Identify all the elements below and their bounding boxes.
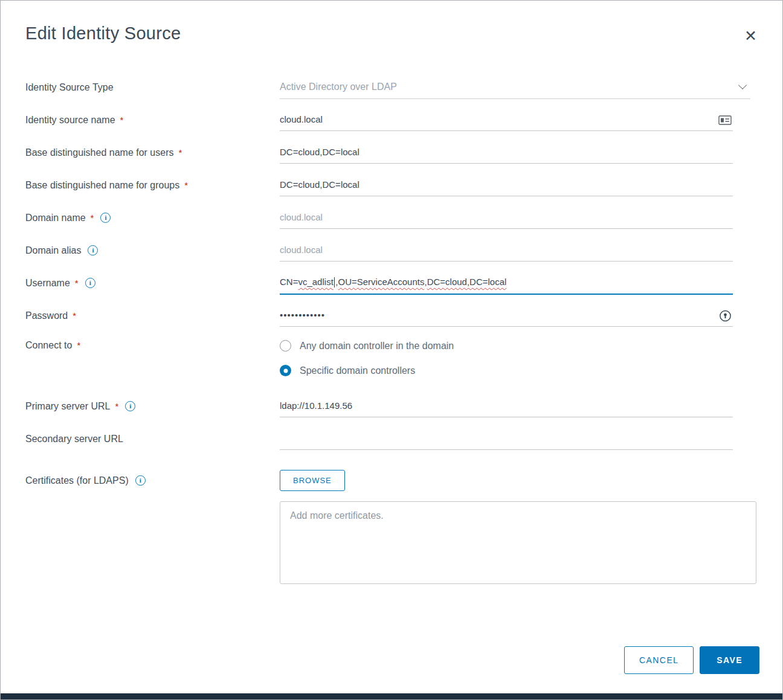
browse-button[interactable]: BROWSE [280, 470, 345, 491]
base-dn-users-input[interactable] [280, 141, 733, 164]
identity-source-type-value: Active Directory over LDAP [280, 82, 397, 92]
save-button[interactable]: SAVE [700, 646, 759, 674]
required-asterisk [75, 278, 79, 289]
info-icon[interactable] [135, 475, 146, 486]
required-asterisk [91, 213, 94, 223]
radio-unselected-icon [280, 340, 291, 352]
field-row-base-dn-groups: Base distinguished name for groups [1, 173, 782, 197]
page-title: Edit Identity Source [25, 24, 181, 43]
field-row-base-dn-users: Base distinguished name for users [1, 140, 782, 165]
field-row-primary-server-url: Primary server URL [1, 394, 782, 419]
username-text-segment: DC=cloud,DC=local [427, 277, 507, 287]
radio-specific-domain-controllers-label: Specific domain controllers [300, 365, 415, 376]
username-text-segment: vc_adlist [298, 277, 333, 287]
required-asterisk [77, 340, 80, 351]
chevron-down-icon [738, 81, 747, 89]
identity-source-type-label: Identity Source Type [25, 82, 114, 93]
domain-alias-input[interactable] [280, 239, 733, 262]
id-card-icon [718, 115, 732, 125]
secondary-server-url-label: Secondary server URL [25, 434, 123, 445]
identity-source-type-select[interactable]: Active Directory over LDAP [280, 76, 750, 99]
required-asterisk [72, 310, 76, 321]
connect-to-label: Connect to [25, 340, 72, 351]
required-asterisk [184, 180, 188, 191]
close-button[interactable]: ✕ [740, 24, 762, 48]
domain-alias-label: Domain alias [25, 245, 81, 256]
password-input[interactable] [280, 304, 733, 327]
radio-specific-domain-controllers[interactable]: Specific domain controllers [280, 361, 733, 381]
edit-identity-source-dialog: Edit Identity Source ✕ Identity Source T… [0, 0, 783, 700]
base-dn-users-label: Base distinguished name for users [25, 147, 173, 158]
field-row-certificates-box [1, 501, 782, 584]
domain-name-input[interactable] [280, 207, 733, 229]
primary-server-url-label: Primary server URL [25, 401, 110, 412]
info-icon[interactable] [125, 401, 135, 411]
identity-source-form: Identity Source Type Active Directory ov… [1, 75, 782, 584]
domain-name-label: Domain name [25, 213, 86, 223]
username-text-segment: OU=ServiceAccounts [338, 277, 424, 287]
show-password-icon[interactable] [719, 309, 732, 322]
password-label: Password [25, 310, 68, 321]
certificates-textarea[interactable] [280, 501, 756, 584]
bottom-bar [1, 693, 782, 699]
identity-source-name-label: Identity source name [25, 115, 115, 126]
info-icon[interactable] [85, 278, 95, 288]
required-asterisk [120, 115, 124, 126]
username-label: Username [25, 278, 70, 289]
field-row-domain-alias: Domain alias [1, 238, 782, 263]
base-dn-groups-label: Base distinguished name for groups [25, 180, 179, 191]
identity-source-name-input[interactable] [280, 109, 733, 131]
info-icon[interactable] [88, 245, 98, 255]
info-icon[interactable] [100, 213, 111, 223]
certificates-label: Certificates (for LDAPS) [25, 475, 129, 486]
field-row-identity-source-name: Identity source name [1, 108, 782, 132]
radio-any-domain-controller[interactable]: Any domain controller in the domain [280, 336, 733, 356]
field-row-connect-to: Connect to Any domain controller in the … [1, 336, 782, 381]
secondary-server-url-input[interactable] [280, 428, 733, 450]
primary-server-url-input[interactable] [280, 395, 733, 417]
cancel-button[interactable]: CANCEL [624, 646, 694, 674]
dialog-footer: CANCEL SAVE [624, 646, 759, 674]
field-row-username: Username CN=vc_adlist,OU=ServiceAccounts… [1, 271, 782, 295]
username-text-segment: CN= [280, 277, 298, 287]
radio-selected-icon [280, 365, 291, 376]
radio-any-domain-controller-label: Any domain controller in the domain [300, 341, 454, 352]
username-input[interactable]: CN=vc_adlist,OU=ServiceAccounts,DC=cloud… [280, 271, 733, 295]
field-row-secondary-server-url: Secondary server URL [1, 426, 782, 451]
base-dn-groups-input[interactable] [280, 174, 733, 196]
required-asterisk [115, 401, 118, 412]
required-asterisk [178, 147, 182, 158]
field-row-password: Password [1, 303, 782, 328]
field-row-certificates: Certificates (for LDAPS) BROWSE [1, 468, 782, 493]
field-row-domain-name: Domain name [1, 205, 782, 230]
close-icon: ✕ [744, 27, 757, 44]
dialog-header: Edit Identity Source ✕ [1, 1, 782, 48]
field-row-identity-source-type: Identity Source Type Active Directory ov… [1, 75, 782, 100]
